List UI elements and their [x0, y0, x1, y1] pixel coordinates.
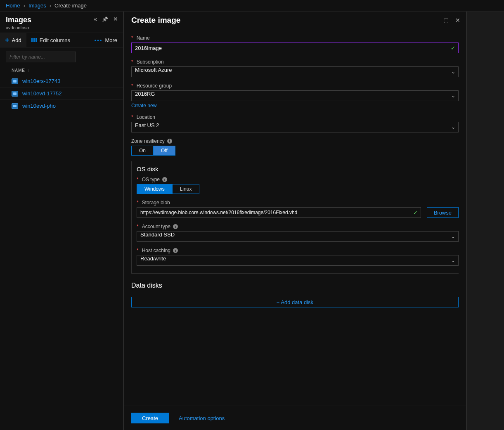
- location-select[interactable]: East US 2: [131, 122, 459, 132]
- add-button[interactable]: + Add: [0, 33, 26, 47]
- host-caching-select[interactable]: Read/write: [137, 255, 459, 266]
- required-icon: *: [137, 177, 139, 182]
- info-icon[interactable]: i: [173, 224, 178, 229]
- os-type-toggle: Windows Linux: [137, 184, 199, 194]
- vm-image-icon: [12, 78, 18, 84]
- info-icon[interactable]: i: [162, 177, 167, 182]
- required-icon: *: [131, 59, 133, 65]
- required-icon: *: [131, 35, 133, 41]
- data-disks-heading: Data disks: [131, 282, 459, 289]
- account-type-select[interactable]: Standard SSD: [137, 231, 459, 242]
- breadcrumb-images[interactable]: Images: [28, 2, 46, 9]
- name-input[interactable]: [131, 43, 459, 53]
- edit-columns-button[interactable]: Edit columns: [26, 33, 75, 47]
- vm-image-icon: [12, 91, 18, 97]
- maximize-icon[interactable]: [443, 17, 449, 24]
- add-data-disk-button[interactable]: + Add data disk: [131, 297, 459, 307]
- list-item-label[interactable]: win10evd-pho: [22, 103, 56, 109]
- browse-button[interactable]: Browse: [427, 207, 459, 218]
- os-type-label: OS type: [142, 177, 160, 182]
- image-list: win10ers-17743 win10evd-17752 win10evd-p…: [0, 75, 123, 112]
- sort-arrow-icon: ↑: [28, 68, 30, 73]
- edit-columns-label: Edit columns: [40, 37, 70, 43]
- zone-resiliency-toggle: On Off: [131, 146, 175, 156]
- subscription-label: Subscription: [137, 59, 164, 65]
- list-item[interactable]: win10evd-17752: [0, 87, 123, 100]
- create-image-title: Create image: [131, 16, 180, 25]
- info-icon[interactable]: i: [173, 248, 178, 253]
- columns-icon: [31, 38, 37, 42]
- required-icon: *: [137, 200, 139, 206]
- storage-blob-input[interactable]: [137, 207, 421, 218]
- breadcrumb-current: Create image: [54, 2, 87, 9]
- more-icon: •••: [95, 37, 103, 43]
- os-type-linux[interactable]: Linux: [173, 184, 199, 194]
- subscription-select[interactable]: Microsoft Azure: [131, 66, 459, 77]
- pin-icon[interactable]: [102, 16, 108, 22]
- more-button[interactable]: ••• More: [92, 37, 120, 43]
- images-blade-title: Images: [6, 16, 31, 24]
- os-type-windows[interactable]: Windows: [137, 184, 173, 194]
- required-icon: *: [131, 114, 133, 120]
- info-icon[interactable]: i: [167, 139, 172, 144]
- close-icon[interactable]: [455, 17, 460, 24]
- zone-off-option[interactable]: Off: [154, 146, 175, 155]
- filter-input[interactable]: [6, 52, 76, 62]
- right-gutter: [467, 12, 504, 430]
- name-label: Name: [137, 35, 150, 41]
- resource-group-select[interactable]: 2016RG: [131, 90, 459, 101]
- zone-resiliency-label: Zone resiliency: [131, 138, 165, 144]
- host-caching-label: Host caching: [142, 248, 170, 253]
- os-disk-heading: OS disk: [137, 165, 459, 172]
- location-label: Location: [137, 114, 155, 120]
- required-icon: *: [137, 248, 139, 253]
- breadcrumb-home[interactable]: Home: [6, 2, 20, 9]
- list-item[interactable]: win10ers-17743: [0, 75, 123, 87]
- close-icon[interactable]: [113, 16, 118, 22]
- account-type-label: Account type: [142, 224, 170, 229]
- list-item-label[interactable]: win10ers-17743: [22, 78, 61, 84]
- breadcrumb: Home › Images › Create image: [0, 0, 504, 12]
- column-name-label: NAME: [12, 68, 25, 73]
- list-item[interactable]: win10evd-pho: [0, 100, 123, 112]
- chevron-right-icon: ›: [50, 2, 51, 9]
- add-label: Add: [12, 37, 21, 43]
- images-blade: Images avdcontoso + Add: [0, 12, 124, 430]
- resource-group-label: Resource group: [137, 83, 172, 89]
- chevron-right-icon: ›: [24, 2, 25, 9]
- list-column-header[interactable]: NAME ↑: [0, 66, 123, 75]
- storage-blob-label: Storage blob: [142, 200, 170, 206]
- vm-image-icon: [12, 103, 18, 109]
- required-icon: *: [131, 83, 133, 89]
- create-new-rg-link[interactable]: Create new: [131, 103, 156, 109]
- more-label: More: [105, 37, 117, 43]
- automation-options-link[interactable]: Automation options: [179, 415, 225, 421]
- list-item-label[interactable]: win10evd-17752: [22, 90, 62, 97]
- images-blade-subtitle: avdcontoso: [6, 25, 31, 30]
- zone-on-option[interactable]: On: [132, 146, 154, 155]
- os-disk-section: OS disk * OS type i Windows Linux: [131, 161, 459, 274]
- collapse-icon[interactable]: [94, 16, 97, 22]
- create-image-blade: Create image * Name ✓: [124, 12, 467, 430]
- create-button[interactable]: Create: [131, 413, 169, 423]
- required-icon: *: [137, 224, 139, 229]
- plus-icon: +: [5, 36, 9, 44]
